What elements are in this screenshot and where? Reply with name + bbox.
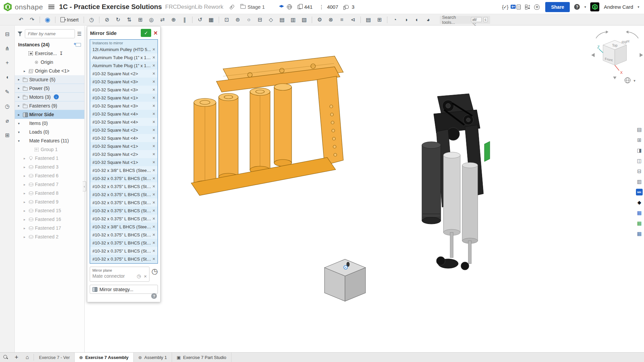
remove-instance-icon[interactable]: × [151, 87, 155, 92]
versions-icon[interactable]: ⋔ [3, 44, 11, 52]
mirror-instance-row[interactable]: #10-32 Square Nut <3> × [90, 102, 158, 110]
redo-icon[interactable]: ↷ [28, 15, 37, 24]
remove-instance-icon[interactable]: × [151, 208, 155, 213]
tree-item[interactable]: ▸ Fastened 9 [15, 197, 84, 206]
remove-instance-icon[interactable]: × [151, 71, 155, 76]
tree-item[interactable]: ▸ Fastened 2 [15, 232, 84, 241]
share-button[interactable]: Share [545, 2, 570, 12]
named-views-icon[interactable]: ◕ [424, 15, 433, 24]
rotate-icon[interactable]: ↺ [196, 15, 205, 24]
panel-collapse-handle[interactable]: ‹ [83, 181, 86, 191]
gear-relation-icon[interactable]: ⚙ [315, 15, 324, 24]
material-panel-icon[interactable]: ⊟ [636, 168, 643, 175]
help-icon[interactable]: ? [574, 4, 580, 10]
configurations-icon[interactable]: ▥ [289, 15, 298, 24]
version-tab[interactable]: Exercise 7 - Ver [35, 353, 75, 362]
home-icon[interactable]: ⌂ [22, 353, 33, 362]
cylindrical-mate-icon[interactable]: ⊘ [102, 15, 112, 24]
undo-icon[interactable]: ↶ [16, 15, 26, 24]
views-panel-icon[interactable]: ◫ [636, 157, 643, 164]
mirror-instance-row[interactable]: #10-32 x 0.375" L BHCS (Stee... × [90, 190, 158, 198]
mirror-instance-row[interactable]: #10-32 x 0.375" L BHCS (Stee... × [90, 247, 158, 255]
tree-item[interactable]: Origin [15, 58, 84, 66]
planar-mate-icon[interactable]: ⊞ [136, 15, 145, 24]
display-states-icon[interactable]: ▤ [277, 15, 287, 24]
filter-input[interactable] [25, 29, 75, 38]
tree-item[interactable]: ▾ Loads (0) [15, 128, 84, 136]
section-view-icon[interactable]: ◐ [413, 15, 422, 24]
app-grid-blue-icon[interactable]: ▦ [636, 210, 643, 216]
tree-item[interactable]: ▾ Items (0) [15, 119, 84, 128]
remove-instance-icon[interactable]: × [151, 240, 155, 245]
bom-icon[interactable]: ▤ [364, 15, 373, 24]
tree-item[interactable]: ▸ Fastened 15 [15, 206, 84, 215]
mirror-instance-row[interactable]: #10-32 Square Nut <3> × [90, 86, 158, 94]
help-caret-icon[interactable]: ▾ [584, 5, 586, 9]
app-table-steel-icon[interactable]: ▦ [636, 230, 643, 237]
mirror-instance-row[interactable]: #10-32 Square Nut <1> × [90, 142, 158, 150]
dialog-help-icon[interactable]: ? [151, 293, 157, 299]
app-bird-icon[interactable]: ◆ [636, 199, 643, 206]
remove-instance-icon[interactable]: × [151, 143, 155, 149]
solve-deferred-clock-icon[interactable]: ◷ [152, 268, 158, 275]
mirror-instance-row[interactable]: Aluminum Tube Plug (1" x 1" ... × [90, 53, 158, 61]
parallel-mate-icon[interactable]: ∥ [180, 15, 189, 24]
remove-instance-icon[interactable]: × [151, 216, 155, 221]
search-tools-input[interactable]: Search tools... alt/⌥ c [440, 16, 490, 24]
onshape-logo[interactable]: onshape [3, 3, 43, 11]
mirror-instance-row[interactable]: Aluminum Tube Plug (1" x 1" ... × [90, 61, 158, 70]
tree-item[interactable]: ▸ Power (5) [15, 84, 84, 93]
properties-panel-icon[interactable]: ▤ [636, 126, 643, 133]
apps-icon[interactable]: + [525, 5, 530, 9]
mirror-instance-row[interactable]: #10-32 Square Nut <2> × [90, 126, 158, 134]
tree-item[interactable]: ▸ Fastened 3 [15, 163, 84, 171]
remove-instance-icon[interactable]: × [151, 79, 155, 84]
edit-notes-icon[interactable]: ✎ [3, 88, 11, 96]
user-caret-icon[interactable]: ▾ [638, 5, 639, 9]
mirror-instance-row[interactable]: #10-32 Square Nut <4> × [90, 134, 158, 142]
linear-pattern-icon[interactable]: ▦ [207, 15, 216, 24]
comments-icon[interactable]: ◖ [3, 73, 11, 81]
screw-relation-icon[interactable]: ⊗ [326, 15, 335, 24]
ball-mate-icon[interactable]: ◎ [147, 15, 156, 24]
insert-item-icon[interactable]: ⊞ [375, 15, 384, 24]
remove-instance-icon[interactable]: × [151, 168, 155, 173]
add-folder-icon[interactable] [76, 43, 81, 47]
mirror-instance-row[interactable]: #10-32 x 0.375" L BHCS (Stee... × [90, 255, 158, 263]
parts-list-icon[interactable]: ⊞ [3, 131, 11, 139]
app-table-green-icon[interactable]: ▦ [636, 220, 643, 227]
remove-instance-icon[interactable]: × [151, 55, 155, 60]
likes-icon[interactable] [345, 5, 349, 9]
insert-plus-icon[interactable]: + [3, 59, 11, 67]
document-tab[interactable]: ⊚ Exercise 7 Assembly [75, 353, 134, 362]
mirror-instance-row[interactable]: #10-32 Square Nut <4> × [90, 118, 158, 126]
tree-item[interactable]: Group 1 [15, 145, 84, 154]
remove-instance-icon[interactable]: × [151, 119, 155, 125]
tree-item[interactable]: ▸ Motors (3) [15, 93, 84, 101]
remove-instance-icon[interactable]: × [151, 200, 155, 205]
tree-item[interactable]: ▸ Fastened 16 [15, 215, 84, 224]
preview-magnifier-icon[interactable] [0, 353, 11, 362]
filter-icon[interactable] [17, 32, 23, 36]
mirror-instance-row[interactable]: #10-32 x 3/8" L BHCS (Steel, ... × [90, 166, 158, 174]
perspective-globe-icon[interactable] [625, 78, 630, 83]
mirror-instance-row[interactable]: #10-32 Square Nut <2> × [90, 70, 158, 78]
mirror-instance-row[interactable]: #10-32 x 0.375" L BHCS (Stee... × [90, 215, 158, 223]
mate-cube[interactable] [325, 259, 366, 301]
appearance-panel-icon[interactable]: ◨ [636, 147, 643, 154]
mirror-instance-row[interactable]: #10-32 x 3/8" L BHCS (Steel, ... × [90, 223, 158, 231]
document-title[interactable]: 1C - Practice Exercise Solutions [59, 3, 162, 11]
mate-connector-clock-icon[interactable]: ◷ [137, 273, 141, 279]
mirror-instance-row[interactable]: #10-32 Square Nut <1> × [90, 94, 158, 102]
public-icon[interactable] [287, 4, 292, 9]
publication-icon[interactable]: ▧ [300, 15, 309, 24]
slider-mate-icon[interactable]: ⇅ [125, 15, 134, 24]
structure-icon[interactable]: ⊟ [255, 15, 264, 24]
mirror-instance-row[interactable]: #10-32 Square Nut <2> × [90, 150, 158, 158]
mirror-instance-row[interactable]: #10-32 Square Nut <1> × [90, 158, 158, 166]
add-tab-button[interactable]: + [11, 353, 22, 362]
search-panel-icon[interactable]: ⌀ [3, 117, 11, 125]
remove-instance-icon[interactable]: × [151, 111, 155, 117]
animation-icon[interactable]: ◑ [401, 15, 411, 24]
mirror-plane-group[interactable]: Mirror plane Mate connector ◷ × [90, 267, 149, 282]
